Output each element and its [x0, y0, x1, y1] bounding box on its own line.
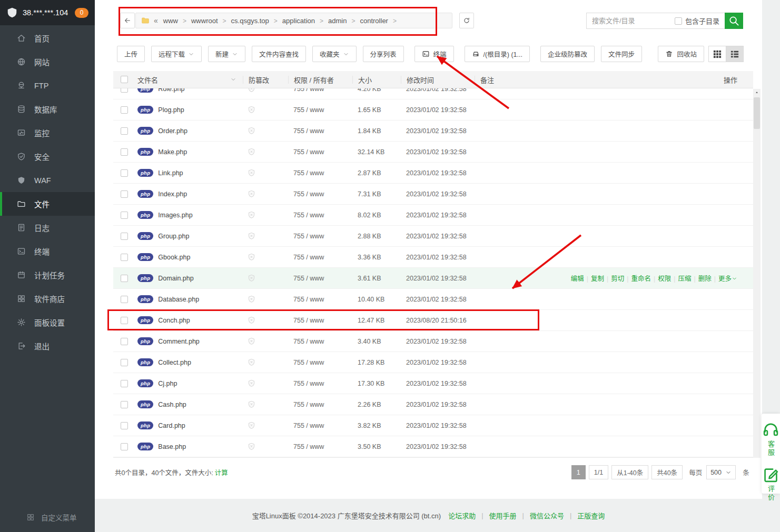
row-checkbox[interactable] [121, 296, 128, 303]
row-action-link[interactable]: 权限 [658, 275, 671, 283]
page-1-button[interactable]: 1 [571, 465, 586, 479]
footer-link[interactable]: 论坛求助 [448, 510, 476, 520]
refresh-button[interactable] [459, 13, 474, 28]
breadcrumb-segment[interactable]: admin [328, 17, 347, 25]
sidebar-item-waf[interactable]: WAF [0, 168, 95, 192]
breadcrumb-segment[interactable]: application [282, 17, 315, 25]
file-name[interactable]: Plog.php [158, 106, 184, 114]
breadcrumb-segment[interactable]: controller [360, 17, 388, 25]
sidebar-item-cron[interactable]: 计划任务 [0, 263, 95, 287]
table-row[interactable]: php Card.php 755 / www 3.82 KB 2023/01/0… [113, 415, 753, 436]
row-checkbox[interactable] [121, 443, 128, 450]
row-checkbox[interactable] [121, 401, 128, 408]
table-row[interactable]: php Link.php 755 / www 2.87 KB 2023/01/0… [113, 163, 753, 184]
file-name[interactable]: Cj.php [158, 380, 177, 387]
calc-size-link[interactable]: 计算 [215, 469, 228, 477]
message-count-badge[interactable]: 0 [75, 8, 88, 18]
file-name[interactable]: Group.php [158, 233, 189, 240]
row-action-link[interactable]: 重命名 [631, 275, 651, 283]
terminal-button[interactable]: 终端 [414, 46, 454, 62]
row-checkbox[interactable] [121, 88, 128, 93]
sidebar-item-sites[interactable]: 网站 [0, 50, 95, 74]
table-row[interactable]: php Cash.php 755 / www 2.26 KB 2023/01/0… [113, 394, 753, 415]
breadcrumb-root-laquo[interactable]: « [154, 16, 158, 25]
file-name[interactable]: Order.php [158, 127, 187, 135]
file-name[interactable]: Link.php [158, 169, 183, 177]
row-checkbox[interactable] [121, 380, 128, 387]
table-row[interactable]: php Role.php 755 / www 4.20 KB 2023/01/0… [113, 88, 753, 99]
review-button[interactable]: 评价 [762, 465, 780, 502]
grid-view-button[interactable] [708, 46, 726, 62]
sidebar-item-logs[interactable]: 日志 [0, 216, 95, 239]
sidebar-item-terminal[interactable]: 终端 [0, 239, 95, 263]
breadcrumb-segment[interactable]: cs.qsgys.top [231, 17, 269, 25]
file-name[interactable]: Comment.php [158, 338, 200, 345]
file-name[interactable]: Role.php [158, 88, 184, 93]
root-dir-button[interactable]: /(根目录) (1... [465, 46, 530, 62]
footer-link[interactable]: 正版查询 [577, 510, 605, 520]
row-action-link[interactable]: 复制 [591, 275, 604, 283]
search-button[interactable] [725, 13, 743, 29]
table-row[interactable]: php Base.php 755 / www 3.50 KB 2023/01/0… [113, 436, 753, 457]
file-name[interactable]: Gbook.php [158, 254, 190, 261]
row-checkbox[interactable] [121, 127, 128, 135]
table-row[interactable]: php Index.php 755 / www 7.31 KB 2023/01/… [113, 184, 753, 205]
file-name[interactable]: Base.php [158, 443, 186, 450]
sidebar-item-custom-menu[interactable]: 自定义菜单 [0, 507, 95, 528]
row-checkbox[interactable] [121, 169, 128, 177]
sidebar-item-logout[interactable]: 退出 [0, 334, 95, 358]
row-checkbox[interactable] [121, 317, 128, 324]
table-row[interactable]: php Domain.php 755 / www 3.61 KB 2023/01… [113, 268, 753, 289]
content-search-button[interactable]: 文件内容查找 [252, 46, 306, 62]
file-name[interactable]: Database.php [158, 296, 199, 303]
row-checkbox[interactable] [121, 338, 128, 345]
table-row[interactable]: php Gbook.php 755 / www 3.36 KB 2023/01/… [113, 247, 753, 268]
sidebar-item-security[interactable]: 安全 [0, 145, 95, 168]
include-subdir-checkbox[interactable] [675, 17, 682, 25]
new-button[interactable]: 新建 [208, 46, 245, 62]
scroll-up-arrow-icon[interactable] [753, 89, 761, 96]
file-name[interactable]: Make.php [158, 148, 187, 156]
file-name[interactable]: Collect.php [158, 359, 191, 366]
per-page-select[interactable]: 500 [706, 465, 736, 479]
row-checkbox[interactable] [121, 190, 128, 198]
file-name[interactable]: Card.php [158, 422, 185, 429]
table-row[interactable]: php Cj.php 755 / www 17.30 KB 2023/01/02… [113, 373, 753, 394]
sidebar-item-appstore[interactable]: 软件商店 [0, 287, 95, 310]
sidebar-item-home[interactable]: 首页 [0, 26, 95, 50]
sidebar-item-settings[interactable]: 面板设置 [0, 310, 95, 334]
table-row[interactable]: php Plog.php 755 / www 1.65 KB 2023/01/0… [113, 99, 753, 121]
share-list-button[interactable]: 分享列表 [363, 46, 404, 62]
table-scrollbar[interactable] [753, 89, 761, 458]
table-row[interactable]: php Comment.php 755 / www 3.40 KB 2023/0… [113, 331, 753, 352]
list-view-button[interactable] [726, 46, 744, 62]
row-checkbox[interactable] [121, 254, 128, 261]
footer-link[interactable]: 微信公众号 [530, 510, 564, 520]
recycle-bin-button[interactable]: 回收站 [658, 46, 704, 62]
row-checkbox[interactable] [121, 212, 128, 219]
row-checkbox[interactable] [121, 233, 128, 240]
table-row[interactable]: php Collect.php 755 / www 17.28 KB 2023/… [113, 352, 753, 373]
row-checkbox[interactable] [121, 275, 128, 282]
file-name[interactable]: Images.php [158, 212, 192, 219]
row-action-link[interactable]: 更多 [718, 275, 732, 283]
row-checkbox[interactable] [121, 359, 128, 366]
row-checkbox[interactable] [121, 148, 128, 156]
favorites-button[interactable]: 收藏夹 [312, 46, 357, 62]
footer-link[interactable]: 使用手册 [489, 510, 517, 520]
upload-button[interactable]: 上传 [117, 46, 145, 62]
scrollbar-thumb[interactable] [754, 97, 760, 129]
file-name[interactable]: Domain.php [158, 275, 193, 282]
remote-download-button[interactable]: 远程下载 [151, 46, 202, 62]
select-all-checkbox[interactable] [121, 76, 128, 83]
table-row[interactable]: php Group.php 755 / www 2.88 KB 2023/01/… [113, 226, 753, 247]
row-action-link[interactable]: 剪切 [611, 275, 624, 283]
table-row[interactable]: php Images.php 755 / www 8.02 KB 2023/01… [113, 205, 753, 226]
row-action-link[interactable]: 删除 [698, 275, 712, 283]
file-name[interactable]: Index.php [158, 190, 187, 198]
search-input[interactable] [587, 17, 675, 25]
sidebar-item-monitor[interactable]: 监控 [0, 121, 95, 145]
file-name[interactable]: Cash.php [158, 401, 186, 408]
file-sync-button[interactable]: 文件同步 [601, 46, 642, 62]
sidebar-item-ftp[interactable]: FTP [0, 74, 95, 97]
